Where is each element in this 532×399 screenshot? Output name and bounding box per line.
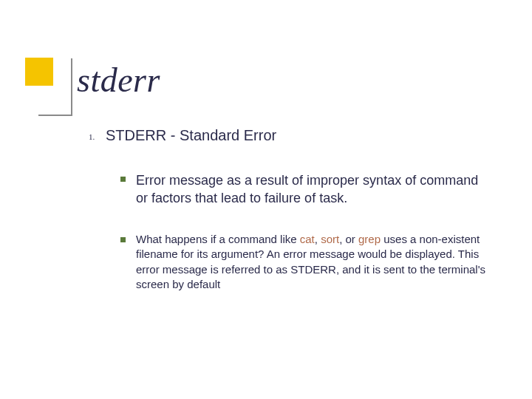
accent-square (25, 58, 53, 86)
command-grep: grep (358, 233, 381, 245)
square-bullet-icon (120, 237, 126, 242)
accent-line-vertical (71, 58, 72, 116)
bullet-item-2: What happens if a command like cat, sort… (120, 232, 490, 292)
command-sort: sort (321, 233, 339, 245)
subheading: STDERR - Standard Error (106, 127, 276, 144)
accent-line-horizontal (38, 115, 71, 116)
sep-1: , (315, 233, 321, 245)
b2-part-a: What happens if a command like (136, 233, 300, 245)
bullet-item-1: Error message as a result of improper sy… (120, 171, 490, 208)
slide-title: stderr (77, 61, 160, 100)
list-number: 1. (89, 132, 95, 141)
square-bullet-icon (120, 177, 126, 182)
bullet-2-text: What happens if a command like cat, sort… (136, 232, 490, 292)
bullet-1-text: Error message as a result of improper sy… (136, 171, 490, 208)
sep-2: , or (339, 233, 358, 245)
command-cat: cat (300, 233, 315, 245)
